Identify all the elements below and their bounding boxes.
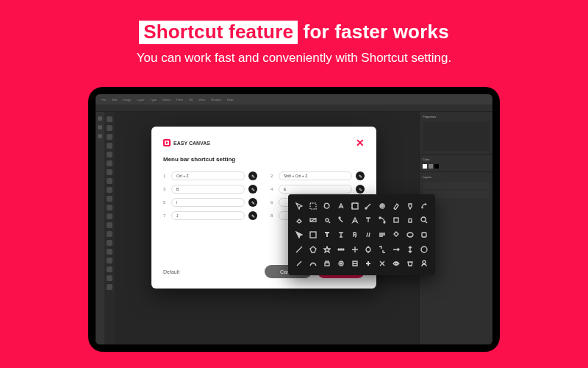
align-icon[interactable]: [377, 229, 388, 241]
shortcut-input[interactable]: Ctrl + Z: [171, 171, 245, 180]
menu-item[interactable]: Filter: [176, 98, 183, 102]
pen-icon[interactable]: [349, 215, 360, 227]
dodge-icon[interactable]: [335, 215, 346, 227]
menu-item[interactable]: Image: [123, 98, 131, 102]
tool-icon[interactable]: [107, 258, 112, 263]
pencil-icon[interactable]: ✎: [248, 211, 257, 220]
tool-icon[interactable]: [107, 134, 112, 140]
tool-icon[interactable]: [107, 143, 112, 149]
default-link[interactable]: Default: [163, 269, 179, 275]
blur-icon[interactable]: [322, 215, 333, 227]
rect2-icon[interactable]: [418, 229, 429, 241]
heal-icon[interactable]: [377, 200, 388, 212]
d-icon[interactable]: [335, 258, 346, 269]
wand-icon[interactable]: [335, 200, 346, 212]
menu-item[interactable]: Edit: [112, 98, 117, 102]
select-icon[interactable]: [308, 229, 319, 241]
panel-tab[interactable]: Color: [423, 158, 430, 161]
type2-icon[interactable]: [335, 229, 346, 241]
tool-icon[interactable]: [107, 266, 112, 272]
tool-icon[interactable]: [107, 275, 112, 281]
layer-row[interactable]: [423, 182, 490, 189]
tool-icon[interactable]: [107, 152, 112, 158]
pencil-icon[interactable]: ✎: [356, 185, 365, 194]
scale-icon[interactable]: [377, 244, 388, 255]
custom-icon[interactable]: [322, 244, 333, 255]
panel-tab[interactable]: Properties: [423, 115, 436, 118]
c-icon[interactable]: [322, 258, 333, 269]
tool-icon[interactable]: [107, 125, 112, 131]
hand-icon[interactable]: [404, 215, 415, 227]
tool-icon[interactable]: [107, 205, 112, 210]
rotate-icon[interactable]: [363, 244, 374, 255]
shortcut-input[interactable]: I: [171, 198, 245, 207]
move2-icon[interactable]: [349, 244, 360, 255]
menu-item[interactable]: Select: [162, 98, 171, 102]
history-icon[interactable]: [418, 200, 429, 212]
g-icon[interactable]: [377, 258, 388, 269]
path-icon[interactable]: [377, 215, 388, 227]
j-icon[interactable]: [418, 258, 429, 269]
more-icon[interactable]: [335, 244, 346, 255]
pencil-icon[interactable]: ✎: [248, 171, 257, 180]
move-icon[interactable]: [294, 200, 305, 212]
line-icon[interactable]: [294, 244, 305, 255]
mirror-icon[interactable]: [404, 244, 415, 255]
color-swatch[interactable]: [434, 164, 439, 169]
close-button[interactable]: ✕: [356, 137, 365, 149]
text-icon[interactable]: [322, 229, 333, 241]
panel-tab[interactable]: Layers: [423, 175, 431, 179]
zoom-icon[interactable]: [418, 215, 429, 227]
italic-icon[interactable]: [363, 229, 374, 241]
shape-icon[interactable]: [391, 229, 402, 241]
tool-icon[interactable]: [107, 196, 112, 202]
menu-item[interactable]: Type: [151, 98, 157, 102]
color-swatch[interactable]: [423, 164, 427, 169]
marquee-icon[interactable]: [308, 200, 319, 212]
pencil-icon[interactable]: ✎: [356, 171, 365, 180]
eyedropper-icon[interactable]: [363, 200, 374, 212]
shortcut-input[interactable]: Shift + Ctrl + Z: [279, 171, 352, 180]
eraser-icon[interactable]: [294, 215, 305, 227]
tool-icon[interactable]: [107, 160, 112, 166]
menu-item[interactable]: File: [101, 98, 106, 102]
menu-item[interactable]: 3D: [189, 98, 193, 102]
menu-item[interactable]: View: [198, 98, 205, 102]
gradient-icon[interactable]: [308, 215, 319, 227]
flip-icon[interactable]: [391, 244, 402, 255]
stamp-icon[interactable]: [404, 200, 415, 212]
f-icon[interactable]: [363, 258, 374, 269]
tool-icon[interactable]: [107, 169, 112, 175]
shortcut-input[interactable]: B: [171, 185, 245, 194]
menu-item[interactable]: Layer: [137, 98, 144, 102]
shortcut-input[interactable]: J: [171, 211, 245, 220]
b-icon[interactable]: [308, 258, 319, 269]
tool-icon[interactable]: [107, 116, 112, 122]
tool-icon[interactable]: [107, 178, 112, 184]
type-icon[interactable]: [363, 215, 374, 227]
pencil-icon[interactable]: ✎: [248, 185, 257, 194]
tool-icon[interactable]: [107, 240, 112, 246]
rail-icon[interactable]: [98, 125, 102, 130]
lasso-icon[interactable]: [322, 200, 333, 212]
bold-icon[interactable]: [349, 229, 360, 241]
tool-icon[interactable]: [107, 284, 112, 290]
e-icon[interactable]: [349, 258, 360, 269]
tool-icon[interactable]: [107, 213, 112, 219]
menu-item[interactable]: Help: [227, 98, 233, 102]
polygon-icon[interactable]: [308, 244, 319, 255]
shortcut-input[interactable]: E: [279, 185, 352, 194]
tool-icon[interactable]: [107, 231, 112, 237]
crop-icon[interactable]: [349, 200, 360, 212]
rail-icon[interactable]: [98, 134, 102, 138]
tool-icon[interactable]: [107, 187, 112, 193]
pencil-icon[interactable]: ✎: [248, 198, 257, 207]
rect-icon[interactable]: [391, 215, 402, 227]
menu-item[interactable]: Window: [211, 98, 221, 102]
i-icon[interactable]: [404, 258, 415, 269]
ellipse-icon[interactable]: [404, 229, 415, 241]
arrow-icon[interactable]: [294, 229, 305, 241]
a-icon[interactable]: [294, 258, 305, 269]
tool-icon[interactable]: [418, 244, 429, 255]
tool-icon[interactable]: [107, 249, 112, 255]
